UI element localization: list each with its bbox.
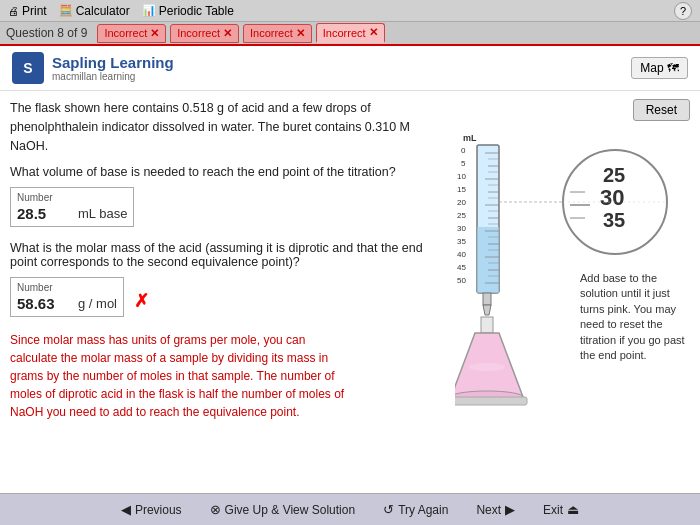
exit-icon: ⏏ bbox=[567, 502, 579, 517]
note-area: Add base to the solution until it just t… bbox=[580, 267, 690, 363]
answer-2-value: 58.63 bbox=[17, 295, 72, 312]
svg-text:10: 10 bbox=[457, 172, 466, 181]
svg-text:30: 30 bbox=[600, 185, 624, 210]
logo-area: S Sapling Learning macmillan learning bbox=[12, 52, 174, 84]
explanation-text: Since molar mass has units of grams per … bbox=[10, 331, 350, 421]
question-counter: Question 8 of 9 bbox=[6, 26, 87, 40]
tab-2[interactable]: Incorrect ✕ bbox=[170, 24, 239, 43]
map-button[interactable]: Map 🗺 bbox=[631, 57, 688, 79]
give-up-icon: ⊗ bbox=[210, 502, 221, 517]
answer-1-value: 28.5 bbox=[17, 205, 72, 222]
logo-text-area: Sapling Learning macmillan learning bbox=[52, 54, 174, 82]
answer-2-row: 58.63 g / mol bbox=[17, 295, 117, 312]
note-text: Add base to the solution until it just t… bbox=[580, 271, 690, 363]
previous-icon: ◀ bbox=[121, 502, 131, 517]
answer-2-wrapper: Number 58.63 g / mol ✗ bbox=[10, 277, 440, 325]
svg-text:25: 25 bbox=[457, 211, 466, 220]
footer: ◀ Previous ⊗ Give Up & View Solution ↺ T… bbox=[0, 493, 700, 525]
main-content: S Sapling Learning macmillan learning Ma… bbox=[0, 46, 700, 493]
question-1-text: What volume of base is needed to reach t… bbox=[10, 165, 440, 179]
answer-1-row: 28.5 mL base bbox=[17, 205, 127, 222]
left-panel: The flask shown here contains 0.518 g of… bbox=[10, 99, 440, 485]
svg-text:15: 15 bbox=[457, 185, 466, 194]
answer-1-label: Number bbox=[17, 192, 127, 203]
try-again-icon: ↺ bbox=[383, 502, 394, 517]
svg-marker-45 bbox=[483, 305, 491, 315]
logo-text: Sapling Learning bbox=[52, 54, 174, 71]
incorrect-mark: ✗ bbox=[134, 290, 149, 312]
previous-button[interactable]: ◀ Previous bbox=[115, 500, 188, 519]
tab-4-close[interactable]: ✕ bbox=[369, 26, 378, 39]
svg-point-49 bbox=[469, 363, 505, 371]
answer-2-label: Number bbox=[17, 282, 117, 293]
logo-icon: S bbox=[12, 52, 44, 84]
answer-2-unit: g / mol bbox=[78, 296, 117, 311]
problem-description: The flask shown here contains 0.518 g of… bbox=[10, 99, 440, 155]
top-bar: 🖨 Print 🧮 Calculator 📊 Periodic Table ? bbox=[0, 0, 700, 22]
answer-box-1: Number 28.5 mL base bbox=[10, 187, 134, 227]
apparatus-wrapper: mL 0 5 10 15 20 25 30 35 40 45 50 bbox=[450, 127, 690, 427]
tab-2-close[interactable]: ✕ bbox=[223, 27, 232, 40]
exit-label: Exit bbox=[543, 503, 563, 517]
next-icon: ▶ bbox=[505, 502, 515, 517]
tab-4-label: Incorrect bbox=[323, 27, 366, 39]
tab-bar: Question 8 of 9 Incorrect ✕ Incorrect ✕ … bbox=[0, 22, 700, 46]
svg-text:35: 35 bbox=[603, 209, 625, 231]
periodic-table-label: Periodic Table bbox=[159, 4, 234, 18]
logo-letter: S bbox=[23, 60, 32, 76]
svg-rect-50 bbox=[455, 397, 527, 405]
svg-text:5: 5 bbox=[461, 159, 466, 168]
tab-3[interactable]: Incorrect ✕ bbox=[243, 24, 312, 43]
calculator-label: Calculator bbox=[76, 4, 130, 18]
svg-text:30: 30 bbox=[457, 224, 466, 233]
next-label: Next bbox=[476, 503, 501, 517]
tab-2-label: Incorrect bbox=[177, 27, 220, 39]
svg-text:50: 50 bbox=[457, 276, 466, 285]
tab-4[interactable]: Incorrect ✕ bbox=[316, 23, 385, 43]
printer-icon: 🖨 bbox=[8, 5, 19, 17]
svg-text:40: 40 bbox=[457, 250, 466, 259]
answer-1-unit: mL base bbox=[78, 206, 127, 221]
svg-rect-46 bbox=[481, 317, 493, 333]
print-label: Print bbox=[22, 4, 47, 18]
logo-sub: macmillan learning bbox=[52, 71, 174, 82]
table-icon: 📊 bbox=[142, 4, 156, 17]
page-header: S Sapling Learning macmillan learning Ma… bbox=[0, 46, 700, 91]
answer-box-2: Number 58.63 g / mol bbox=[10, 277, 124, 317]
svg-text:mL: mL bbox=[463, 133, 477, 143]
next-button[interactable]: Next ▶ bbox=[470, 500, 521, 519]
tab-3-close[interactable]: ✕ bbox=[296, 27, 305, 40]
help-label: ? bbox=[680, 5, 686, 17]
svg-text:45: 45 bbox=[457, 263, 466, 272]
reset-button[interactable]: Reset bbox=[633, 99, 690, 121]
tab-1-label: Incorrect bbox=[104, 27, 147, 39]
help-button[interactable]: ? bbox=[674, 2, 692, 20]
periodic-table-button[interactable]: 📊 Periodic Table bbox=[142, 4, 234, 18]
map-label: Map bbox=[640, 61, 663, 75]
exit-button[interactable]: Exit ⏏ bbox=[537, 500, 585, 519]
content-body: The flask shown here contains 0.518 g of… bbox=[0, 91, 700, 493]
tab-1[interactable]: Incorrect ✕ bbox=[97, 24, 166, 43]
svg-text:35: 35 bbox=[457, 237, 466, 246]
svg-text:25: 25 bbox=[603, 164, 625, 186]
svg-text:0: 0 bbox=[461, 146, 466, 155]
tab-1-close[interactable]: ✕ bbox=[150, 27, 159, 40]
question-2-text: What is the molar mass of the acid (assu… bbox=[10, 241, 440, 269]
give-up-button[interactable]: ⊗ Give Up & View Solution bbox=[204, 500, 362, 519]
give-up-label: Give Up & View Solution bbox=[225, 503, 356, 517]
svg-rect-44 bbox=[483, 293, 491, 305]
right-panel: Reset mL 0 5 10 15 20 25 30 35 40 45 bbox=[450, 99, 690, 485]
svg-text:20: 20 bbox=[457, 198, 466, 207]
tab-3-label: Incorrect bbox=[250, 27, 293, 39]
try-again-label: Try Again bbox=[398, 503, 448, 517]
calculator-button[interactable]: 🧮 Calculator bbox=[59, 4, 130, 18]
print-button[interactable]: 🖨 Print bbox=[8, 4, 47, 18]
reset-label: Reset bbox=[646, 103, 677, 117]
calculator-icon: 🧮 bbox=[59, 4, 73, 17]
try-again-button[interactable]: ↺ Try Again bbox=[377, 500, 454, 519]
previous-label: Previous bbox=[135, 503, 182, 517]
